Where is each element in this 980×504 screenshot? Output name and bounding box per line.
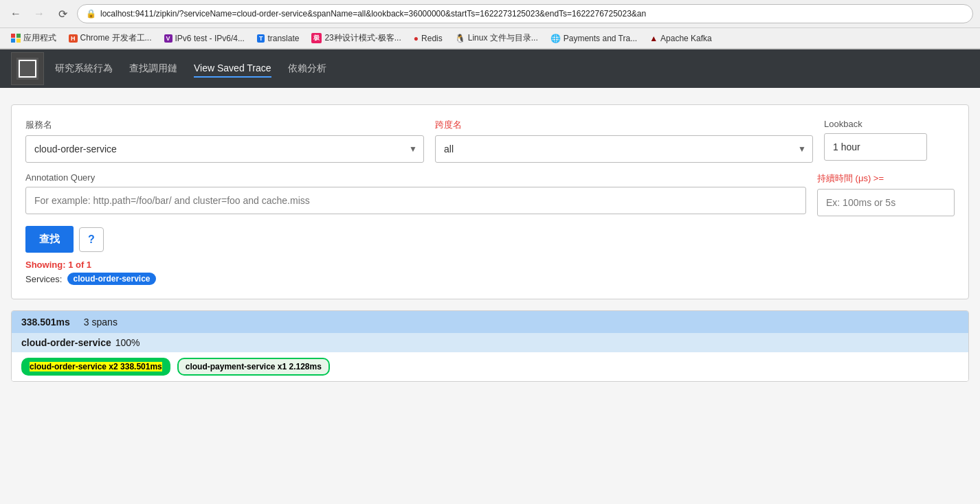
lock-icon: 🔒	[86, 9, 96, 19]
tag-highlight: cloud-order-service x2 338.501ms	[30, 362, 162, 371]
trace-service-row: cloud-order-service 100%	[12, 333, 968, 352]
translate-icon: T	[257, 34, 265, 43]
service-name-label: 服務名	[25, 119, 424, 131]
results-info: Showing: 1 of 1 Services: cloud-order-se…	[25, 260, 955, 285]
bookmark-ipv6[interactable]: V IPv6 test - IPv6/4...	[160, 32, 249, 45]
payments-icon: 🌐	[550, 34, 561, 43]
bookmarks-bar: 应用程式 H Chrome 开发者工... V IPv6 test - IPv6…	[0, 28, 980, 49]
annotation-input[interactable]	[25, 187, 806, 214]
service-name-select-wrapper: cloud-order-service ▼	[25, 135, 424, 163]
bookmark-payments[interactable]: 🌐 Payments and Tra...	[546, 32, 641, 45]
main-content: 服務名 cloud-order-service ▼ 跨度名 all ▼ Look…	[0, 88, 980, 398]
duration-label: 持續時間 (μs) >=	[817, 172, 955, 185]
form-row-1: 服務名 cloud-order-service ▼ 跨度名 all ▼ Look…	[25, 119, 955, 163]
trace-tags-row: cloud-order-service x2 338.501ms cloud-p…	[12, 352, 968, 381]
search-panel: 服務名 cloud-order-service ▼ 跨度名 all ▼ Look…	[11, 104, 969, 299]
service-name-badge: cloud-order-service	[67, 273, 155, 285]
html-icon: H	[69, 34, 78, 43]
bookmark-linux[interactable]: 🐧 Linux 文件与目录...	[451, 31, 542, 45]
lookback-group: Lookback 1 hour	[824, 119, 927, 161]
lookback-value[interactable]: 1 hour	[824, 133, 927, 161]
zipkin-logo-svg	[16, 58, 38, 80]
annotation-query-group: Annotation Query	[25, 172, 806, 214]
annotation-label: Annotation Query	[25, 172, 806, 183]
search-button[interactable]: 查找	[25, 226, 74, 253]
trace-result[interactable]: 338.501ms 3 spans cloud-order-service 10…	[11, 310, 969, 382]
trace-service-pct: 100%	[115, 337, 140, 348]
tag-cloud-order[interactable]: cloud-order-service x2 338.501ms	[21, 358, 170, 376]
forward-button[interactable]: →	[30, 5, 48, 23]
linux-icon: 🐧	[455, 34, 465, 43]
browser-chrome: ← → ⟳ 🔒 localhost:9411/zipkin/?serviceNa…	[0, 0, 980, 49]
lookback-label: Lookback	[824, 119, 927, 129]
services-label: Services:	[25, 274, 62, 284]
span-name-select-wrapper: all ▼	[435, 135, 813, 163]
span-name-group: 跨度名 all ▼	[435, 119, 813, 163]
help-button[interactable]: ?	[79, 227, 104, 252]
kafka-icon: ▲	[649, 34, 658, 43]
book-icon: 极	[311, 33, 322, 43]
browser-toolbar: ← → ⟳ 🔒 localhost:9411/zipkin/?serviceNa…	[0, 0, 980, 28]
duration-input[interactable]	[817, 189, 955, 216]
trace-spans: 3 spans	[84, 317, 118, 328]
nav-links: 研究系統行為 查找調用鏈 View Saved Trace 依賴分析	[55, 60, 326, 78]
nav-link-explore[interactable]: 研究系統行為	[55, 60, 113, 78]
trace-duration: 338.501ms	[21, 317, 70, 328]
back-button[interactable]: ←	[7, 5, 25, 23]
trace-header[interactable]: 338.501ms 3 spans	[12, 311, 968, 333]
address-bar[interactable]: 🔒 localhost:9411/zipkin/?serviceName=clo…	[77, 4, 973, 23]
span-name-select[interactable]: all	[435, 135, 813, 163]
app-logo	[11, 52, 44, 85]
service-name-select[interactable]: cloud-order-service	[25, 135, 424, 163]
span-name-label: 跨度名	[435, 119, 813, 131]
showing-value: 1 of 1	[68, 260, 91, 270]
bookmark-chrome-dev[interactable]: H Chrome 开发者工...	[65, 31, 156, 45]
bookmark-design[interactable]: 极 23种设计模式-极客...	[307, 31, 405, 45]
bookmark-redis[interactable]: ● Redis	[410, 32, 447, 45]
form-row-2: Annotation Query 持續時間 (μs) >=	[25, 172, 955, 216]
button-row: 查找 ?	[25, 226, 955, 253]
showing-label: Showing:	[25, 260, 66, 270]
services-row: Services: cloud-order-service	[25, 273, 955, 285]
redis-icon: ●	[414, 34, 419, 43]
reload-button[interactable]: ⟳	[54, 5, 71, 23]
bookmark-apps[interactable]: 应用程式	[7, 31, 60, 45]
bookmark-translate[interactable]: T translate	[253, 32, 304, 45]
duration-group: 持續時間 (μs) >=	[817, 172, 955, 216]
url-text: localhost:9411/zipkin/?serviceName=cloud…	[100, 9, 646, 19]
service-name-group: 服務名 cloud-order-service ▼	[25, 119, 424, 163]
nav-link-view-saved[interactable]: View Saved Trace	[194, 60, 271, 78]
trace-service-name: cloud-order-service	[21, 337, 111, 348]
nav-link-dependency[interactable]: 依賴分析	[288, 60, 326, 78]
tag-cloud-payment[interactable]: cloud-payment-service x1 2.128ms	[177, 358, 330, 376]
bookmark-kafka[interactable]: ▲ Apache Kafka	[645, 32, 716, 45]
app-nav: 研究系統行為 查找調用鏈 View Saved Trace 依賴分析	[0, 49, 980, 88]
nav-link-find[interactable]: 查找調用鏈	[129, 60, 177, 78]
v6-icon: V	[164, 34, 172, 43]
apps-icon	[11, 34, 21, 43]
showing-text: Showing: 1 of 1	[25, 260, 955, 270]
